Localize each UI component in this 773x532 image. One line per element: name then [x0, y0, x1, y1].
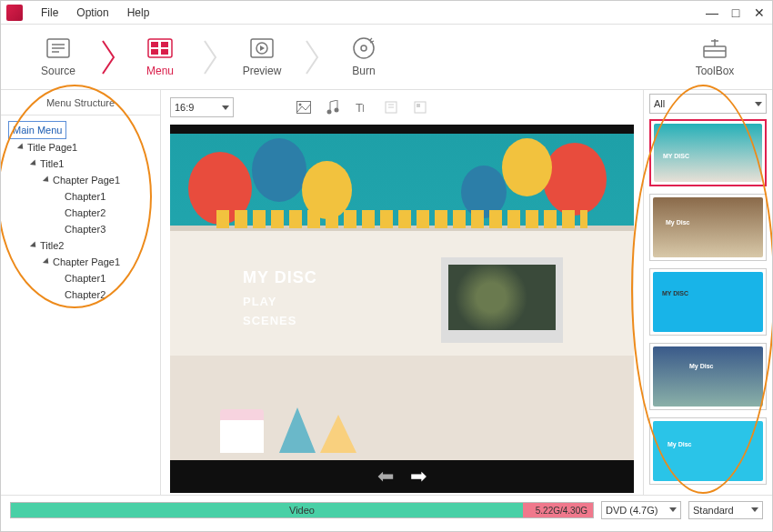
minimize-button[interactable]: —	[705, 5, 719, 20]
size-progress: Video 5.22G/4.30G	[10, 502, 594, 518]
center-toolbar: 16:9 TI	[170, 95, 634, 119]
template-item-3[interactable]: MY DISC	[649, 268, 767, 336]
svg-point-21	[335, 108, 339, 113]
step-preview[interactable]: Preview	[223, 37, 301, 77]
step-menu-label: Menu	[146, 65, 174, 77]
close-button[interactable]: ✕	[752, 5, 767, 20]
svg-text:I: I	[362, 104, 365, 114]
step-nav: Source Menu Preview Burn ToolBox	[1, 25, 772, 90]
svg-rect-8	[161, 49, 168, 55]
chapter-icon	[383, 99, 399, 115]
tree-chapter3[interactable]: Chapter3	[61, 221, 153, 237]
step-menu[interactable]: Menu	[121, 37, 199, 77]
menu-option[interactable]: Option	[67, 3, 117, 23]
step-toolbox[interactable]: ToolBox	[676, 37, 754, 77]
step-chevron-icon	[203, 39, 219, 75]
progress-label: Video	[289, 505, 315, 516]
svg-point-12	[354, 38, 374, 58]
svg-rect-14	[704, 46, 726, 57]
template-item-1[interactable]: MY DISC	[649, 119, 767, 186]
burn-icon	[351, 37, 376, 59]
window-controls: — □ ✕	[705, 5, 767, 20]
source-icon	[45, 37, 71, 59]
left-panel: Menu Structure Main Menu Title Page1 Tit…	[1, 90, 161, 495]
step-toolbox-label: ToolBox	[696, 65, 735, 77]
preview-nav: ⬅ ➡	[170, 464, 634, 489]
text-icon[interactable]: TI	[354, 99, 370, 115]
center-panel: 16:9 TI MY DISC PLAY SCENES	[161, 90, 643, 495]
template-item-4[interactable]: My Disc	[649, 343, 767, 410]
next-arrow-icon[interactable]: ➡	[410, 465, 427, 488]
image-icon[interactable]	[296, 99, 312, 115]
preview-area: MY DISC PLAY SCENES ⬅ ➡	[170, 125, 634, 493]
tree-main-menu[interactable]: Main Menu	[8, 121, 66, 139]
svg-point-19	[299, 104, 302, 106]
svg-point-13	[361, 45, 366, 51]
preview-icon	[249, 37, 275, 59]
menu-icon	[147, 37, 173, 59]
menu-structure-tree: Main Menu Title Page1 Title1 Chapter Pag…	[1, 115, 160, 308]
maximize-button[interactable]: □	[728, 5, 743, 20]
template-item-5[interactable]: My Disc	[649, 417, 767, 485]
step-preview-label: Preview	[243, 65, 282, 77]
right-panel: All MY DISC My Disc MY DISC My Disc My D…	[643, 90, 772, 495]
tree-chapter-page1b[interactable]: Chapter Page1	[41, 254, 153, 270]
svg-rect-6	[161, 42, 168, 47]
prev-arrow-icon[interactable]: ⬅	[377, 465, 394, 488]
svg-rect-29	[417, 104, 420, 107]
template-filter-select[interactable]: All	[649, 94, 767, 114]
step-source-label: Source	[41, 65, 75, 77]
tree-title-page1[interactable]: Title Page1	[15, 139, 153, 156]
tree-title2[interactable]: Title2	[28, 237, 153, 254]
menu-help[interactable]: Help	[118, 3, 159, 23]
tree-chapter1[interactable]: Chapter1	[61, 188, 153, 205]
step-burn-label: Burn	[352, 65, 375, 77]
video-thumbnail-frame[interactable]	[441, 257, 563, 343]
quality-select[interactable]: Standard	[688, 501, 763, 519]
progress-size: 5.22G/4.30G	[536, 505, 587, 515]
svg-point-20	[327, 110, 332, 115]
tree-chapter2b[interactable]: Chapter2	[61, 286, 153, 303]
tree-chapter-page1[interactable]: Chapter Page1	[41, 172, 153, 188]
left-panel-header: Menu Structure	[1, 90, 160, 115]
step-chevron-icon	[305, 39, 321, 75]
disc-type-select[interactable]: DVD (4.7G)	[601, 501, 681, 519]
svg-rect-18	[297, 102, 311, 114]
thumbnail-icon	[412, 99, 428, 115]
toolbox-icon	[702, 37, 728, 59]
app-icon	[6, 5, 23, 21]
tree-chapter1b[interactable]: Chapter1	[61, 270, 153, 286]
svg-marker-11	[260, 45, 265, 51]
preview-scene[interactable]: MY DISC PLAY SCENES	[170, 134, 634, 460]
music-icon[interactable]	[325, 99, 341, 115]
step-chevron-icon	[101, 39, 117, 75]
aspect-ratio-select[interactable]: 16:9	[170, 97, 234, 117]
bottom-bar: Video 5.22G/4.30G DVD (4.7G) Standard	[1, 495, 772, 524]
svg-rect-7	[151, 49, 158, 55]
svg-rect-5	[151, 42, 158, 47]
tree-chapter2[interactable]: Chapter2	[61, 205, 153, 221]
menu-file[interactable]: File	[32, 3, 67, 23]
disc-menu-text: MY DISC PLAY SCENES	[243, 268, 317, 327]
template-list: MY DISC My Disc MY DISC My Disc My Disc	[649, 119, 767, 485]
titlebar: File Option Help — □ ✕	[1, 1, 772, 25]
step-source[interactable]: Source	[19, 37, 97, 77]
template-item-2[interactable]: My Disc	[649, 194, 767, 261]
tree-title1[interactable]: Title1	[28, 156, 153, 172]
step-burn[interactable]: Burn	[325, 37, 403, 77]
main-area: Menu Structure Main Menu Title Page1 Tit…	[1, 90, 772, 495]
